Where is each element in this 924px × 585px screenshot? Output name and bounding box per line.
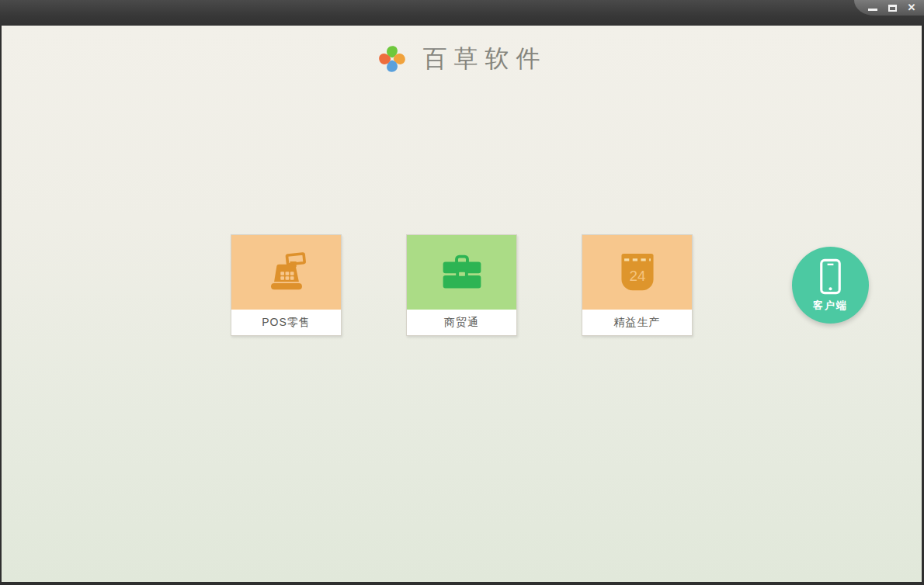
- product-card-lean[interactable]: 24 精益生产: [582, 234, 693, 336]
- close-button[interactable]: ✕: [906, 2, 917, 13]
- minimize-icon: [868, 9, 877, 11]
- product-cards: POS零售 商贸通 24 精益: [2, 234, 922, 336]
- client-button-label: 客户端: [813, 299, 848, 313]
- calendar-icon: 24: [618, 252, 657, 292]
- pinwheel-logo-icon: [377, 43, 408, 75]
- briefcase-icon: [440, 254, 484, 291]
- app-logo: 百草软件: [2, 43, 922, 75]
- smartphone-icon: [819, 258, 842, 295]
- product-card-trade[interactable]: 商贸通: [406, 234, 517, 336]
- product-label: POS零售: [231, 310, 341, 335]
- minimize-button[interactable]: [867, 2, 878, 13]
- main-content: 百草软件: [2, 26, 922, 582]
- maximize-icon: [888, 5, 897, 12]
- calendar-day-number: 24: [629, 268, 645, 284]
- client-button[interactable]: 客户端: [792, 247, 869, 324]
- product-label: 精益生产: [582, 310, 692, 335]
- product-label: 商贸通: [407, 310, 516, 335]
- maximize-button[interactable]: [887, 2, 898, 13]
- product-card-pos[interactable]: POS零售: [231, 234, 342, 336]
- cash-register-icon: [264, 252, 309, 293]
- app-name: 百草软件: [423, 43, 547, 75]
- title-bar[interactable]: ✕: [0, 0, 924, 26]
- window-controls: ✕: [854, 0, 924, 16]
